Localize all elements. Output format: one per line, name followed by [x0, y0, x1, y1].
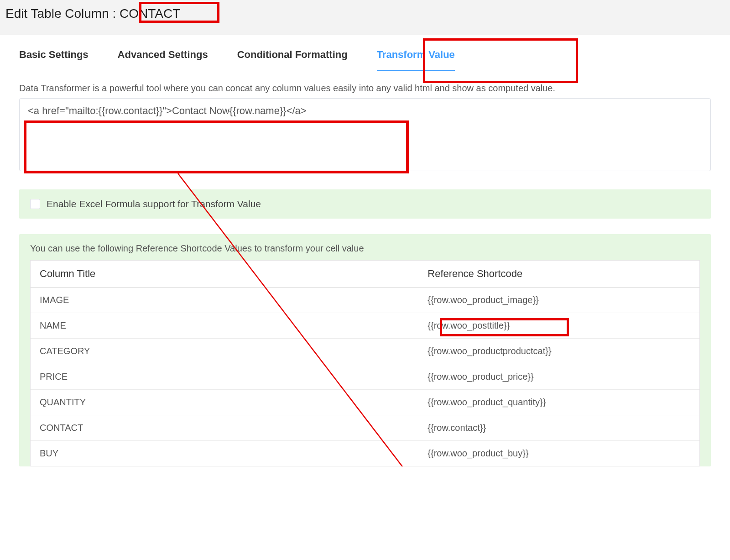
table-header-column-title: Column Title	[31, 261, 418, 287]
table-row: PRICE {{row.woo_product_price}}	[31, 364, 699, 390]
table-row: CATEGORY {{row.woo_productproductcat}}	[31, 339, 699, 364]
page-title-column-name: CONTACT	[120, 6, 180, 21]
tab-advanced-settings[interactable]: Advanced Settings	[118, 49, 208, 71]
cell-shortcode: {{row.contact}}	[418, 415, 699, 440]
table-row: QUANTITY {{row.woo_product_quantity}}	[31, 390, 699, 415]
page-title-prefix: Edit Table Column :	[5, 6, 120, 21]
cell-shortcode: {{row.woo_productproductcat}}	[418, 339, 699, 364]
cell-shortcode: {{row.woo_product_image}}	[418, 288, 699, 313]
cell-column-title: PRICE	[31, 364, 418, 389]
transform-value-input[interactable]: <a href="mailto:{{row.contact}}">Contact…	[19, 98, 711, 171]
tab-conditional-formatting[interactable]: Conditional Formatting	[237, 49, 348, 71]
cell-column-title: CONTACT	[31, 415, 418, 440]
transform-value-text: <a href="mailto:{{row.contact}}">Contact…	[28, 105, 307, 122]
cell-column-title: IMAGE	[31, 288, 418, 313]
table-row: BUY {{row.woo_product_buy}}	[31, 441, 699, 466]
excel-formula-checkbox[interactable]	[30, 199, 40, 209]
table-row: IMAGE {{row.woo_product_image}}	[31, 288, 699, 313]
reference-shortcode-panel: You can use the following Reference Shor…	[19, 234, 711, 466]
cell-column-title: NAME	[31, 313, 418, 338]
reference-description: You can use the following Reference Shor…	[30, 243, 700, 254]
table-row: CONTACT {{row.contact}}	[31, 415, 699, 441]
table-header-reference-shortcode: Reference Shortcode	[418, 261, 699, 287]
excel-formula-label: Enable Excel Formula support for Transfo…	[47, 199, 261, 209]
reference-table: Column Title Reference Shortcode IMAGE {…	[30, 260, 700, 466]
transform-description: Data Transformer is a powerful tool wher…	[19, 83, 711, 94]
table-header-row: Column Title Reference Shortcode	[31, 261, 699, 288]
excel-formula-panel: Enable Excel Formula support for Transfo…	[19, 189, 711, 219]
cell-shortcode: {{row.woo_posttitle}}	[418, 313, 699, 338]
cell-column-title: BUY	[31, 441, 418, 466]
tab-transform-value[interactable]: Transform Value	[377, 49, 455, 71]
cell-shortcode: {{row.woo_product_buy}}	[418, 441, 699, 466]
page-header: Edit Table Column : CONTACT	[0, 0, 730, 35]
cell-shortcode: {{row.woo_product_quantity}}	[418, 390, 699, 415]
cell-shortcode: {{row.woo_product_price}}	[418, 364, 699, 389]
cell-column-title: CATEGORY	[31, 339, 418, 364]
tabs: Basic Settings Advanced Settings Conditi…	[0, 35, 730, 71]
table-row: NAME {{row.woo_posttitle}}	[31, 313, 699, 339]
tab-basic-settings[interactable]: Basic Settings	[19, 49, 89, 71]
cell-column-title: QUANTITY	[31, 390, 418, 415]
